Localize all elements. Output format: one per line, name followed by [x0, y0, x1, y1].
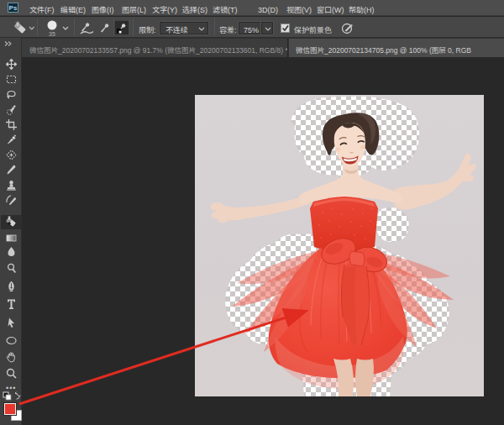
svg-text:35: 35 — [49, 31, 55, 37]
